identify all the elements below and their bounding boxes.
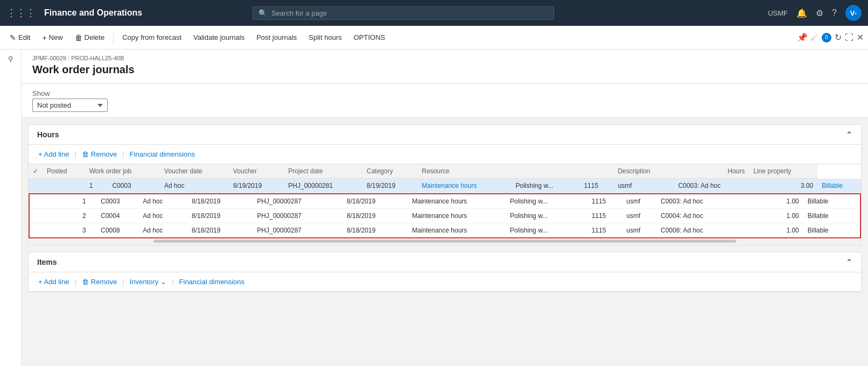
cell-rownum: 1 — [85, 179, 108, 193]
cell-col1: 1115 — [587, 223, 622, 238]
col-voucher-date: Voucher date — [160, 164, 229, 179]
cell-voucher-date: 8/19/2019 — [229, 179, 284, 193]
hours-add-line-button[interactable]: + Add line — [35, 148, 72, 160]
hours-financial-dimensions-button[interactable]: Financial dimensions — [127, 148, 198, 160]
pin-icon[interactable]: 📌 — [797, 32, 808, 43]
copy-from-forecast-button[interactable]: Copy from forecast — [117, 28, 187, 47]
cell-category[interactable]: Maintenance hours — [417, 179, 511, 193]
table-row[interactable]: 3 C0008 Ad hoc 8/18/2019 PHJ_00000287 8/… — [29, 223, 860, 238]
hours-collapse-button[interactable]: ⌃ — [846, 130, 852, 139]
items-table-toolbar: + Add line | 🗑 Remove | Inventory ⌄ | Fi… — [29, 272, 861, 292]
cell-code: C0003 — [108, 179, 160, 193]
cell-col2: usmf — [622, 223, 656, 238]
toolbar-sep-1: | — [74, 150, 76, 158]
show-filter-area: Show Not posted Posted All — [22, 84, 868, 118]
grid-icon[interactable]: ⋮⋮⋮ — [6, 7, 36, 19]
cell-hours: 1.00 — [762, 209, 803, 223]
cell-check — [29, 209, 45, 223]
hours-scrollbar-track[interactable] — [153, 240, 736, 243]
cell-category: Maintenance hours — [408, 194, 506, 209]
cell-col2: usmf — [622, 209, 656, 223]
search-bar[interactable]: 🔍 Search for a page — [253, 6, 554, 20]
hours-section-title: Hours — [37, 130, 59, 139]
cell-voucher-date: 8/18/2019 — [187, 194, 253, 209]
search-icon: 🔍 — [258, 9, 267, 17]
cell-type: Ad hoc — [138, 209, 187, 223]
table-row[interactable]: 1 C0003 Ad hoc 8/18/2019 PHJ_00000287 8/… — [29, 193, 861, 239]
cell-check — [29, 179, 43, 193]
cell-col1: 1115 — [587, 194, 622, 209]
hours-table: ✓ Posted Work order job Voucher date Vou… — [29, 164, 861, 238]
cell-hours: 3.00 — [749, 179, 817, 193]
notification-badge: 0 — [822, 33, 831, 43]
col-line-property: Line property — [749, 164, 817, 179]
page-header: JPMF-00029 : PROD-HALL25-40B Work order … — [22, 50, 868, 84]
cell-resource: Polishing w... — [506, 194, 587, 209]
show-filter-group: Show Not posted Posted All — [32, 89, 108, 112]
table-row[interactable]: 1 C0003 Ad hoc 8/18/2019 PHJ_00000287 8/… — [29, 194, 860, 209]
cell-resource: Polishing w... — [506, 209, 587, 223]
cell-type: Ad hoc — [160, 179, 229, 193]
filter-icon[interactable]: ⚲ — [8, 55, 13, 63]
items-financial-dimensions-button[interactable]: Financial dimensions — [176, 276, 248, 288]
delete-button[interactable]: 🗑 Delete — [69, 28, 110, 47]
page-title: Work order journals — [32, 64, 857, 76]
help-icon[interactable]: ? — [832, 8, 837, 18]
post-journals-button[interactable]: Post journals — [251, 28, 302, 47]
table-row[interactable]: 2 C0004 Ad hoc 8/18/2019 PHJ_00000287 8/… — [29, 209, 860, 223]
show-select[interactable]: Not posted Posted All — [32, 98, 108, 112]
items-section-header: Items ⌃ — [29, 252, 861, 272]
hours-remove-button[interactable]: 🗑 Remove — [79, 148, 120, 160]
open-in-new-icon[interactable]: ⛶ — [845, 33, 853, 43]
split-hours-button[interactable]: Split hours — [303, 28, 347, 47]
items-inventory-button[interactable]: Inventory ⌄ — [127, 276, 170, 288]
col-project-date: Project date — [284, 164, 362, 179]
table-row[interactable]: 1 C0003 Ad hoc 8/19/2019 PHJ_00000281 8/… — [29, 179, 861, 193]
edit-icon: ✎ — [10, 33, 16, 42]
toolbar-sep-2: | — [122, 150, 124, 158]
user-avatar[interactable]: V- — [845, 5, 862, 21]
close-icon[interactable]: ✕ — [857, 32, 864, 43]
bell-icon[interactable]: 🔔 — [796, 8, 807, 18]
col-check: ✓ — [29, 164, 43, 179]
col-category: Category — [362, 164, 417, 179]
new-button[interactable]: + New — [37, 28, 68, 47]
cell-description: C0008: Ad hoc — [656, 223, 762, 238]
items-sep-2: | — [122, 278, 124, 286]
red-border-body: 1 C0003 Ad hoc 8/18/2019 PHJ_00000287 8/… — [29, 194, 860, 238]
items-remove-button[interactable]: 🗑 Remove — [79, 276, 120, 288]
hours-table-container: ✓ Posted Work order job Voucher date Vou… — [29, 164, 861, 238]
cell-voucher-date: 8/18/2019 — [187, 209, 253, 223]
cell-line-property: Billable — [803, 209, 860, 223]
col-work-order-job: Work order job — [85, 164, 160, 179]
options-button[interactable]: OPTIONS — [348, 28, 391, 47]
cell-voucher: PHJ_00000281 — [284, 179, 362, 193]
cell-rownum: 2 — [78, 209, 96, 223]
cell-code: C0004 — [96, 209, 138, 223]
cell-resource: Polishing w... — [506, 223, 587, 238]
cell-project-date: 8/18/2019 — [342, 194, 408, 209]
hours-scrollbar-area[interactable] — [29, 240, 861, 245]
red-border-table: 1 C0003 Ad hoc 8/18/2019 PHJ_00000287 8/… — [29, 193, 861, 238]
cell-line-property: Billable — [803, 223, 860, 238]
items-sep-1: | — [74, 278, 76, 286]
sidebar-left: ⚲ — [0, 50, 22, 366]
company-label: USMF — [768, 9, 788, 17]
items-add-line-button[interactable]: + Add line — [35, 276, 72, 288]
cell-posted — [45, 209, 78, 223]
gear-icon[interactable]: ⚙ — [816, 8, 823, 18]
cell-line-property[interactable]: Billable — [817, 179, 861, 193]
col-resource: Resource — [417, 164, 613, 179]
edit-button[interactable]: ✎ Edit — [4, 28, 36, 47]
hours-table-body: 1 C0003 Ad hoc 8/19/2019 PHJ_00000281 8/… — [29, 179, 861, 239]
office-icon[interactable]: ☄ — [811, 32, 818, 43]
breadcrumb: JPMF-00029 : PROD-HALL25-40B — [32, 55, 857, 61]
items-collapse-button[interactable]: ⌃ — [846, 258, 852, 266]
cell-col1: 1115 — [587, 209, 622, 223]
validate-journals-button[interactable]: Validate journals — [188, 28, 250, 47]
cell-category: Maintenance hours — [408, 209, 506, 223]
refresh-icon[interactable]: ↻ — [835, 32, 842, 43]
cell-col2: usmf — [622, 194, 656, 209]
cell-voucher: PHJ_00000287 — [253, 194, 342, 209]
top-navigation: ⋮⋮⋮ Finance and Operations 🔍 Search for … — [0, 0, 868, 26]
